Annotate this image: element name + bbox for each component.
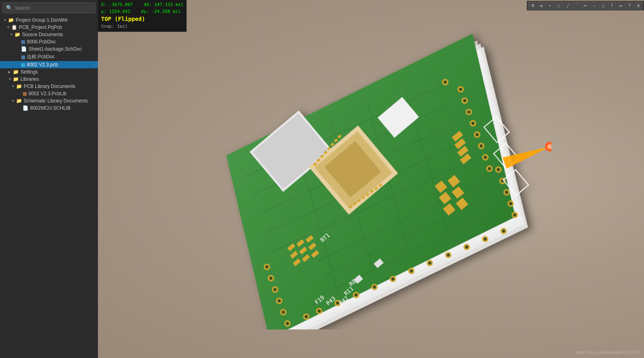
tree-item-schlib[interactable]: 📄 8002MCU.SCHLIB [0, 104, 98, 112]
libraries-folder-icon: 📁 [13, 76, 19, 82]
toolbar-lines-btn[interactable]: ╱ [564, 2, 572, 10]
label-8002pcb: 8002 V2.3.pcb [27, 62, 58, 68]
tree-source-docs[interactable]: ▼ 📁 Source Documents [0, 31, 98, 38]
tree-project-group[interactable]: ▼ 📁 Project Group 1.DsnWrk [0, 16, 98, 24]
dx-coord: dX: 147.133 mil [144, 2, 183, 7]
tree-item-8006pcb[interactable]: ▦ 8006.PcbDoc [0, 38, 98, 45]
label-sheet1sch: Sheet1-backage.SchDoc [28, 46, 82, 52]
settings-folder-icon: 📁 [13, 69, 19, 75]
tree-pcb-lib-docs[interactable]: ▼ 📁 PCB Library Documents [0, 83, 98, 90]
toolbar-circle-btn[interactable]: ○ [590, 2, 598, 10]
x-coord: X: -1675.867 [101, 2, 133, 7]
tree-settings[interactable]: ▶ 📁 Settings [0, 68, 98, 76]
flipped-label: TOP (Flipped) [101, 15, 183, 23]
arrow-icon-2: ▼ [6, 25, 11, 29]
right-toolbar: ⚗ ≋ + □ ╱ ⌒ ✏ ○ ⬡ T ⇔ T A [527, 1, 644, 10]
toolbar-rect-btn[interactable]: □ [555, 2, 563, 10]
canvas-area[interactable]: X: -1675.867 dX: 147.133 mil y: 1254.641… [98, 0, 644, 358]
pcb-lib-icon: ▦ [22, 91, 27, 96]
source-docs-folder-icon: 📁 [14, 32, 20, 37]
tree-item-pcblib[interactable]: ▦ 8002 V2.3.PcbLib [0, 90, 98, 97]
arrow-settings: ▶ [8, 70, 13, 74]
pcb-lib-folder-icon: 📁 [16, 84, 22, 89]
arrow-icon: ▼ [3, 18, 8, 22]
toolbar-text-btn[interactable]: T [608, 2, 616, 10]
label-8006pcb: 8006.PcbDoc [27, 39, 56, 45]
pcb-board-svg: BT1 F19 P43 P42 R11 R8 [170, 16, 551, 329]
toolbar-add-btn[interactable]: + [546, 2, 554, 10]
tree-pcb-project[interactable]: ▼ 📋 PCB_Project.PrjPcb [0, 24, 98, 31]
arrow-source: ▼ [10, 33, 14, 37]
toolbar-dim-btn[interactable]: ⇔ [617, 2, 625, 10]
tree-sch-lib-docs[interactable]: ▼ 📁 Schematic Library Documents [0, 97, 98, 104]
pcb-doc-icon-2: ▦ [21, 54, 25, 60]
new-file-icon: □ [94, 63, 96, 67]
arrow-pcb-lib: ▼ [11, 84, 16, 88]
active-pcb-icon: ▦ [21, 62, 25, 68]
project-group-label: Project Group 1.DsnWrk [16, 17, 68, 23]
coord-overlay: X: -1675.867 dX: 147.133 mil y: 1254.641… [98, 0, 187, 32]
sch-doc-icon: 📄 [21, 46, 27, 52]
pcb-project-label: PCB_Project.PrjPcb [19, 25, 62, 30]
sch-lib-folder-icon: 📁 [16, 98, 22, 104]
y-coord: y: 1254.641 [101, 9, 130, 14]
label-sch-lib-docs: Schematic Library Documents [24, 98, 88, 104]
toolbar-filter-btn[interactable]: ⚗ [528, 2, 536, 10]
left-panel: 🔍 Search ▼ 📁 Project Group 1.DsnWrk ▼ 📋 … [0, 0, 98, 358]
label-pcblib: 8002 V2.3.PcbLib [28, 91, 67, 96]
project-group-icon: 📁 [8, 17, 14, 23]
watermark-text: https://blog.csdn.net/jacky128256 [575, 350, 641, 355]
label-border-pcb: 边框.PcbDoc [27, 53, 55, 60]
tree-libraries[interactable]: ▼ 📁 Libraries [0, 76, 98, 83]
project-tree: ▼ 📁 Project Group 1.DsnWrk ▼ 📋 PCB_Proje… [0, 16, 98, 358]
toolbar-net-btn[interactable]: ≋ [537, 2, 545, 10]
dy-coord: dy: -24.358 mil [141, 9, 181, 14]
tree-item-8002pcb[interactable]: ▦ 8002 V2.3.pcb □ [0, 61, 98, 68]
tree-item-sheet1sch[interactable]: 📄 Sheet1-backage.SchDoc [0, 45, 98, 53]
label-settings: Settings [20, 69, 38, 75]
toolbar-a-btn[interactable]: A [634, 2, 642, 10]
tree-item-border-pcb[interactable]: ▦ 边框.PcbDoc [0, 53, 98, 61]
label-pcb-lib-docs: PCB Library Documents [24, 84, 75, 89]
toolbar-pen-btn[interactable]: ✏ [581, 2, 589, 10]
source-docs-label: Source Documents [22, 32, 63, 37]
toolbar-poly-btn[interactable]: ⬡ [599, 2, 607, 10]
label-schlib: 8002MCU.SCHLIB [30, 105, 71, 111]
sch-lib-icon: 📄 [22, 105, 28, 111]
arrow-sch-lib: ▼ [11, 99, 16, 103]
search-bar[interactable]: 🔍 Search [2, 2, 95, 13]
pcb-3d-view: BT1 F19 P43 P42 R11 R8 [98, 0, 644, 358]
arrow-libraries: ▼ [8, 77, 13, 81]
search-icon: 🔍 [6, 5, 12, 11]
label-libraries: Libraries [20, 76, 39, 82]
toolbar-t2-btn[interactable]: T [626, 2, 634, 10]
pcb-doc-icon-1: ▦ [21, 39, 25, 45]
search-placeholder: Search [15, 5, 30, 11]
pcb-project-icon: 📋 [11, 25, 17, 30]
snap-label: Snap: 1mil [101, 23, 183, 30]
toolbar-arc-btn[interactable]: ⌒ [573, 2, 581, 10]
